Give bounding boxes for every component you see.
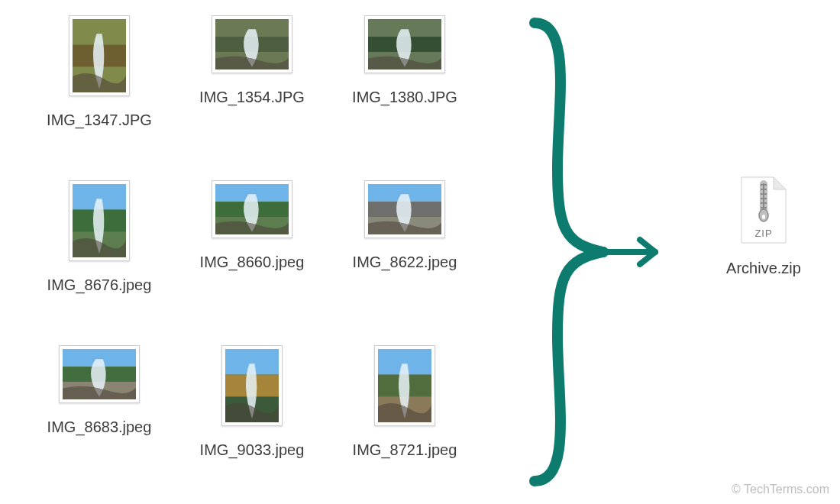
file-name: IMG_8622.jpeg (336, 254, 473, 271)
image-thumbnail (59, 345, 140, 403)
file-name: IMG_1354.JPG (183, 89, 321, 106)
file-name: IMG_1380.JPG (336, 89, 473, 106)
archive-file-name: Archive.zip (703, 260, 825, 277)
svg-text:ZIP: ZIP (754, 228, 772, 239)
file-name: IMG_9033.jpeg (183, 441, 321, 459)
image-thumbnail (364, 180, 445, 238)
file-name: IMG_8676.jpeg (31, 276, 168, 294)
zip-file-icon: ZIP (737, 176, 790, 247)
file-item: IMG_8683.jpeg (31, 345, 168, 436)
file-name: IMG_1347.JPG (31, 111, 168, 129)
file-item: IMG_1380.JPG (336, 15, 473, 106)
file-item: IMG_1347.JPG (31, 15, 168, 129)
archive-file-item: ZIP Archive.zip (703, 176, 825, 277)
diagram-canvas: IMG_1347.JPG IMG_1354.JPG IMG_1380.JPG I… (0, 0, 840, 504)
file-item: IMG_8660.jpeg (183, 180, 321, 271)
file-item: IMG_8622.jpeg (336, 180, 473, 271)
svg-point-34 (762, 215, 765, 219)
file-name: IMG_8683.jpeg (31, 418, 168, 436)
file-item: IMG_8676.jpeg (31, 180, 168, 294)
image-thumbnail (364, 15, 445, 73)
file-item: IMG_8721.jpeg (336, 345, 473, 459)
image-thumbnail (69, 15, 130, 96)
file-name: IMG_8721.jpeg (336, 441, 473, 459)
image-thumbnail (374, 345, 435, 426)
file-item: IMG_1354.JPG (183, 15, 321, 106)
file-item: IMG_9033.jpeg (183, 345, 321, 459)
image-thumbnail (69, 180, 130, 261)
file-name: IMG_8660.jpeg (183, 254, 321, 271)
watermark-text: © TechTerms.com (732, 483, 829, 496)
brace-arrow-icon (504, 15, 672, 489)
image-thumbnail (212, 180, 292, 238)
image-thumbnail (212, 15, 292, 73)
image-thumbnail (221, 345, 283, 426)
